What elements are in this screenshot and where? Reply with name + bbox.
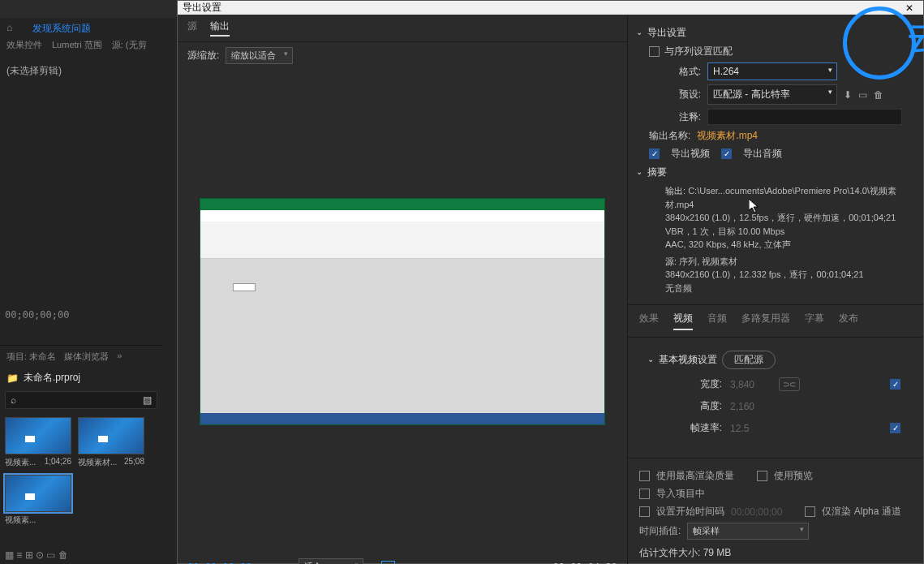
width-value[interactable]: 3,840 xyxy=(730,379,754,390)
panel-tab-effects[interactable]: 效果控件 xyxy=(6,39,42,51)
tab-video[interactable]: 视频 xyxy=(673,312,693,330)
delete-preset-icon[interactable]: 🗑 xyxy=(874,89,883,101)
width-match-checkbox[interactable]: ✓ xyxy=(890,379,900,390)
close-icon[interactable]: ✕ xyxy=(900,2,918,14)
use-preview-checkbox[interactable] xyxy=(757,471,767,481)
source-scale-label: 源缩放: xyxy=(187,49,219,62)
search-icon: ⌕ xyxy=(11,394,16,406)
filter-icon[interactable]: ▤ xyxy=(143,394,152,406)
match-source-button[interactable]: 匹配源 xyxy=(722,351,776,369)
alpha-only-label: 仅渲染 Alpha 通道 xyxy=(822,505,900,519)
tab-mux[interactable]: 多路复用器 xyxy=(741,312,790,330)
clip-name: 视频素材... xyxy=(78,457,117,468)
summary-header[interactable]: 摘要 xyxy=(636,166,912,179)
max-render-label: 使用最高渲染质量 xyxy=(656,469,734,483)
source-scale-dropdown[interactable]: 缩放以适合 xyxy=(226,47,293,64)
panel-tab-lumetri[interactable]: Lumetri 范围 xyxy=(52,39,102,51)
est-size-label: 估计文件大小: xyxy=(639,547,700,558)
search-input[interactable] xyxy=(16,395,143,405)
import-project-label: 导入项目中 xyxy=(656,487,705,501)
output-name-label: 输出名称: xyxy=(649,129,690,143)
project-filename: 未命名.prproj xyxy=(24,371,80,385)
fps-label: 帧速率: xyxy=(688,421,722,435)
project-clip[interactable]: 视频素... xyxy=(5,475,71,526)
project-tab[interactable]: 项目: 未命名 xyxy=(6,351,56,363)
link-dimensions-icon[interactable]: ⊃⊂ xyxy=(779,377,800,391)
clip-name: 视频素... xyxy=(5,514,36,526)
panel-tab-source[interactable]: 源: (无剪 xyxy=(112,39,147,51)
comment-input[interactable] xyxy=(707,109,902,125)
project-clip[interactable]: 视频素...1;04;26 xyxy=(5,417,71,468)
format-label: 格式: xyxy=(660,65,701,79)
project-footer-icons[interactable]: ▦ ≡ ⊞ ⊙ ▭ 🗑 xyxy=(5,549,157,561)
next-frame-icon[interactable]: ▶ xyxy=(273,562,281,565)
more-tabs[interactable]: » xyxy=(117,351,122,363)
timecode-out[interactable]: 00;01;04;21 xyxy=(553,562,617,565)
time-interp-dropdown[interactable]: 帧采样 xyxy=(687,523,809,540)
start-tc-label: 设置开始时间码 xyxy=(656,505,724,519)
preset-label: 预设: xyxy=(660,88,701,101)
export-settings-dialog: 导出设置 ✕ 源 输出 源缩放: 缩放以适合 xyxy=(177,0,924,564)
dialog-titlebar[interactable]: 导出设置 ✕ xyxy=(178,1,923,15)
use-preview-label: 使用预览 xyxy=(774,469,813,483)
tab-audio[interactable]: 音频 xyxy=(707,312,727,330)
preview-fit-dropdown[interactable]: 适合 xyxy=(299,558,363,564)
alpha-only-checkbox[interactable] xyxy=(805,506,815,517)
dialog-title: 导出设置 xyxy=(183,1,221,15)
media-browser-tab[interactable]: 媒体浏览器 xyxy=(64,351,109,363)
preview-tab-source[interactable]: 源 xyxy=(187,19,197,37)
export-audio-label: 导出音频 xyxy=(743,147,782,161)
summary-block: 输出: C:\User...ocuments\Adobe\Premiere Pr… xyxy=(665,184,912,295)
project-panel: 项目: 未命名 媒体浏览器 » 📁 未命名.prproj ⌕ ▤ 视频素...1… xyxy=(0,345,162,564)
export-audio-checkbox[interactable]: ✓ xyxy=(721,149,732,159)
preset-dropdown[interactable]: 匹配源 - 高比特率 xyxy=(707,84,837,105)
project-clip[interactable]: 视频素材...25;08 xyxy=(78,417,144,468)
start-tc-value: 00;00;00;00 xyxy=(731,506,782,518)
max-render-checkbox[interactable] xyxy=(639,471,650,481)
height-value[interactable]: 2,160 xyxy=(730,401,754,412)
height-label: 高度: xyxy=(688,399,722,413)
export-video-label: 导出视频 xyxy=(671,147,710,161)
fps-match-checkbox[interactable]: ✓ xyxy=(890,423,900,433)
match-sequence-checkbox[interactable] xyxy=(649,46,660,57)
project-search[interactable]: ⌕ ▤ xyxy=(5,391,157,409)
match-sequence-label: 与序列设置匹配 xyxy=(664,45,733,58)
tab-publish[interactable]: 发布 xyxy=(839,312,858,330)
timecode-display: 00;00;00;00 xyxy=(5,309,69,321)
preview-viewport xyxy=(178,69,627,553)
crop-icon[interactable]: ◫ xyxy=(381,561,395,564)
import-preset-icon[interactable]: ⬇ xyxy=(844,89,852,101)
preview-content xyxy=(200,198,605,425)
preview-tab-output[interactable]: 输出 xyxy=(210,19,230,37)
prev-frame-icon[interactable]: ◀ xyxy=(261,562,269,565)
clip-name: 视频素... xyxy=(5,457,36,468)
tab-caption[interactable]: 字幕 xyxy=(805,312,824,330)
no-clip-selected-label: (未选择剪辑) xyxy=(0,58,177,84)
tab-effects[interactable]: 效果 xyxy=(639,312,659,330)
start-tc-checkbox[interactable] xyxy=(639,506,650,517)
timecode-in[interactable]: 00;00;00;00 xyxy=(187,562,251,565)
export-video-checkbox[interactable]: ✓ xyxy=(649,149,660,159)
est-size-value: 79 MB xyxy=(703,547,732,558)
save-preset-icon[interactable]: ▭ xyxy=(858,89,867,101)
width-label: 宽度: xyxy=(688,377,722,391)
fps-value[interactable]: 12.5 xyxy=(730,423,749,434)
import-project-checkbox[interactable] xyxy=(639,489,650,499)
clip-duration: 1;04;26 xyxy=(45,457,71,468)
export-settings-header[interactable]: 导出设置 xyxy=(636,26,912,40)
basic-video-header[interactable]: 基本视频设置 匹配源 xyxy=(647,351,900,369)
format-dropdown[interactable]: H.264 xyxy=(707,62,837,80)
time-interp-label: 时间插值: xyxy=(639,524,681,538)
clip-duration: 25;08 xyxy=(124,457,144,468)
folder-icon: 📁 xyxy=(6,372,19,384)
output-name-link[interactable]: 视频素材.mp4 xyxy=(697,129,758,143)
comment-label: 注释: xyxy=(660,110,701,124)
